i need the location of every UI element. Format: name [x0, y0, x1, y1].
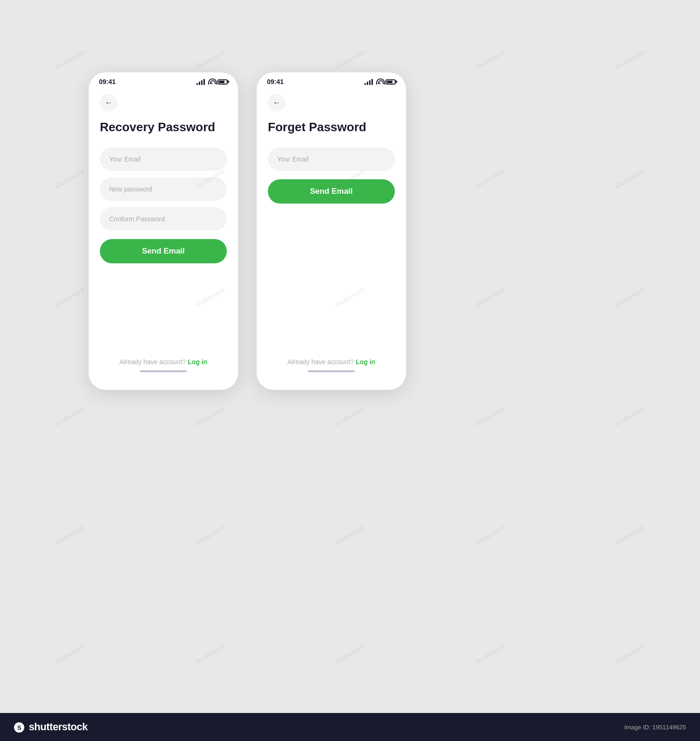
image-id: Image ID: 1951149625 [624, 724, 686, 731]
new-password-field[interactable] [100, 177, 227, 201]
signal-icon-right [364, 79, 373, 85]
back-arrow-icon-right: ← [273, 99, 280, 106]
footer-bar: S shutterstock Image ID: 1951149625 [0, 713, 700, 741]
wifi-dot-icon [211, 83, 212, 84]
back-button-right[interactable]: ← [268, 94, 286, 112]
watermark-text: shutterstock [539, 0, 700, 146]
phone-forget: 09:41 ← Forget Password Send [257, 72, 406, 390]
status-icons-right [364, 78, 396, 85]
phones-container: 09:41 ← Recovery Password [89, 72, 406, 390]
email-field-right[interactable] [268, 148, 395, 171]
watermark-text: shutterstock [0, 448, 161, 621]
watermark-text: shutterstock [399, 92, 580, 265]
logo-icon: S [14, 722, 24, 733]
battery-fill-right [387, 81, 392, 83]
watermark-text: shutterstock [399, 0, 580, 146]
signal-icon [196, 79, 205, 85]
status-time-left: 09:41 [99, 78, 116, 85]
watermark-text: shutterstock [539, 448, 700, 621]
screen-title-right: Forget Password [268, 120, 395, 134]
watermark-text: shutterstock [399, 211, 580, 383]
already-account-text-left: Already have account? [119, 358, 186, 366]
already-account-right: Already have account? Log in [268, 351, 395, 366]
home-indicator-right [308, 370, 355, 372]
already-account-text-right: Already have account? [287, 358, 354, 366]
wifi-dot-icon-right [379, 83, 380, 84]
login-link-left[interactable]: Log in [188, 358, 207, 366]
phone-right-content: ← Forget Password Send Email Already hav… [257, 89, 406, 390]
watermark-text: shutterstock [399, 330, 580, 502]
battery-fill [219, 81, 224, 83]
already-account-left: Already have account? Log in [100, 351, 227, 366]
watermark-text: shutterstock [539, 330, 700, 502]
confirm-password-field[interactable] [100, 207, 227, 231]
watermark-text: shutterstock [539, 211, 700, 383]
status-time-right: 09:41 [267, 78, 284, 85]
send-email-button-right[interactable]: Send Email [268, 179, 395, 204]
back-arrow-icon: ← [105, 99, 112, 106]
status-bar-left: 09:41 [89, 72, 238, 89]
battery-icon-right [385, 79, 396, 85]
logo-text: shutterstock [29, 721, 88, 733]
status-bar-right: 09:41 [257, 72, 406, 89]
home-indicator-left [140, 370, 187, 372]
watermark-text: shutterstock [119, 448, 300, 621]
status-icons-left [196, 78, 228, 85]
phone-recovery: 09:41 ← Recovery Password [89, 72, 238, 390]
phone-left-content: ← Recovery Password Send Email Already h… [89, 89, 238, 390]
watermark-text: shutterstock [399, 448, 580, 621]
battery-icon [217, 79, 228, 85]
shutterstock-logo: S shutterstock [14, 721, 88, 733]
watermark-text: shutterstock [539, 92, 700, 265]
send-email-button-left[interactable]: Send Email [100, 239, 227, 263]
screen-title-left: Recovery Password [100, 120, 227, 134]
email-field-left[interactable] [100, 148, 227, 171]
login-link-right[interactable]: Log in [356, 358, 375, 366]
watermark-text: shutterstock [259, 448, 440, 621]
back-button-left[interactable]: ← [100, 94, 118, 112]
